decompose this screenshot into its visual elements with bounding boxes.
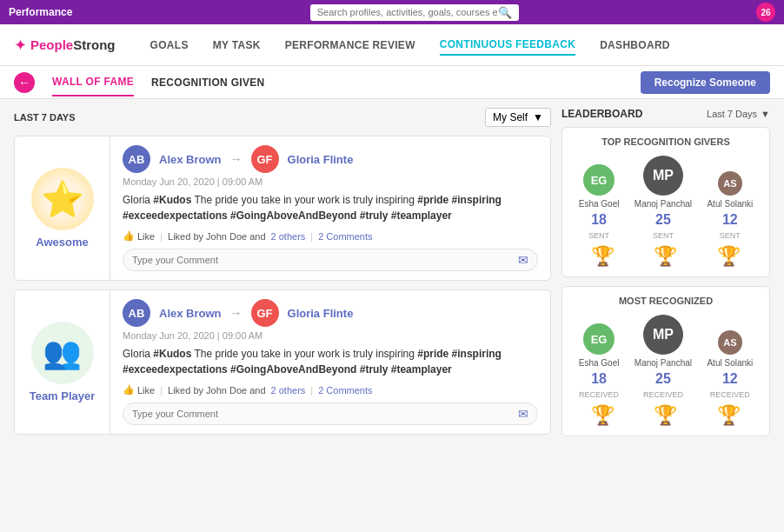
lb-giver-manoj: MP Manoj Panchal 25 SENT: [635, 156, 692, 240]
lb-atul-count: 12: [722, 212, 738, 228]
search-input[interactable]: [317, 7, 498, 17]
comment-input-row-1: ✉: [123, 249, 538, 271]
send-icon-1[interactable]: ✉: [518, 253, 528, 267]
back-button[interactable]: ←: [14, 72, 35, 93]
comment-input-row-2: ✉: [123, 402, 538, 425]
nav-goals[interactable]: GOALS: [150, 36, 189, 55]
sep-4: |: [310, 385, 313, 396]
card-users-1: AB Alex Brown → GF Gloria Flinte: [123, 145, 538, 173]
lb-manoj-label: SENT: [653, 231, 674, 240]
feed-card-1: ⭐ Awesome AB Alex Brown → GF Gloria Flin…: [14, 136, 551, 281]
lb-recog-esha-name: Esha Goel: [579, 358, 620, 368]
awesome-badge-icon: ⭐: [31, 168, 94, 230]
nav-continuous-feedback[interactable]: CONTINUOUS FEEDBACK: [440, 35, 575, 56]
send-icon-2[interactable]: ✉: [518, 407, 528, 421]
badge-label-awesome: Awesome: [36, 236, 88, 249]
leaderboard-title: LEADERBOARD: [561, 108, 642, 120]
leaderboard-section: LEADERBOARD Last 7 Days ▼ TOP RECOGNITIO…: [561, 108, 770, 523]
nav-bar: ✦ PeopleStrong GOALS MY TASK PERFORMANCE…: [0, 24, 784, 66]
trophy-silver-recog: 🏆: [591, 404, 615, 427]
lb-atul-label: SENT: [720, 231, 741, 240]
avatar-gloria-1: GF: [251, 145, 279, 173]
lb-avatar-atul-recog: AS: [718, 330, 742, 355]
like-button-2[interactable]: 👍 Like: [123, 384, 155, 396]
top-bar-title: Performance: [9, 6, 72, 18]
sep-3: |: [160, 385, 163, 396]
trophy-gold-recog: 🏆: [654, 404, 677, 427]
nav-mytask[interactable]: MY TASK: [213, 36, 261, 55]
top-bar-right: 26: [756, 3, 775, 22]
card-users-2: AB Alex Brown → GF Gloria Flinte: [123, 299, 538, 327]
comments-link-2[interactable]: 2 Comments: [318, 385, 372, 396]
feed-section: LAST 7 DAYS My Self ▼ ⭐ Awesome AB Alex …: [14, 108, 551, 523]
thumbs-up-icon-1: 👍: [123, 230, 135, 242]
nav-dashboard[interactable]: DASHBOARD: [600, 36, 670, 55]
card-content-1: AB Alex Brown → GF Gloria Flinte Monday …: [110, 136, 550, 280]
sep-1: |: [160, 231, 163, 242]
lb-manoj-name: Manoj Panchal: [635, 199, 692, 209]
lb-recog-manoj-name: Manoj Panchal: [635, 358, 692, 368]
sub-nav-left: ← WALL OF FAME RECOGNITION GIVEN: [14, 69, 265, 96]
message-1: Gloria #Kudos The pride you take in your…: [123, 192, 538, 223]
lb-recog-manoj-count: 25: [655, 371, 671, 387]
trophy-row-givers: 🏆 🏆 🏆: [571, 245, 761, 268]
arrow-icon-2: →: [230, 306, 243, 320]
most-recognized-row: EG Esha Goel 18 RECEIVED MP Manoj Pancha…: [571, 315, 761, 399]
leaderboard-filter-label: Last 7 Days: [707, 109, 757, 119]
leaderboard-filter[interactable]: Last 7 Days ▼: [707, 109, 770, 119]
recognize-someone-button[interactable]: Recognize Someone: [641, 71, 770, 94]
notification-badge[interactable]: 26: [756, 3, 775, 22]
liked-by-2: Liked by John Doe and: [168, 385, 266, 396]
card-actions-2: 👍 Like | Liked by John Doe and 2 others …: [123, 384, 538, 396]
most-recognized-card: MOST RECOGNIZED EG Esha Goel 18 RECEIVED…: [561, 286, 770, 436]
card-content-2: AB Alex Brown → GF Gloria Flinte Monday …: [110, 290, 550, 434]
timestamp-2: Monday Jun 20, 2020 | 09:00 AM: [123, 330, 538, 341]
lb-manoj-count: 25: [655, 212, 671, 228]
top-bar: Performance 🔍 26: [0, 0, 784, 24]
lb-giver-atul: AS Atul Solanki 12 SENT: [707, 171, 753, 240]
trophy-row-recog: 🏆 🏆 🏆: [571, 404, 761, 427]
others-link-1[interactable]: 2 others: [271, 231, 306, 242]
tab-recognition-given[interactable]: RECOGNITION GIVEN: [151, 70, 264, 96]
filter-dropdown[interactable]: My Self ▼: [485, 108, 551, 127]
lb-avatar-atul-giver: AS: [718, 171, 742, 196]
lb-esha-count: 18: [591, 212, 607, 228]
chevron-down-icon-lb: ▼: [761, 109, 770, 119]
trophy-bronze-recog: 🏆: [717, 404, 741, 427]
liked-by-1: Liked by John Doe and: [168, 231, 266, 242]
lb-giver-esha: EG Esha Goel 18 SENT: [579, 164, 620, 240]
filter-label: My Self: [493, 111, 528, 123]
lb-recog-atul-name: Atul Solanki: [707, 358, 753, 368]
lb-recog-manoj: MP Manoj Panchal 25 RECEIVED: [635, 315, 692, 399]
logo: ✦ PeopleStrong: [14, 36, 116, 55]
notif-count: 26: [761, 8, 770, 17]
main-content: LAST 7 DAYS My Self ▼ ⭐ Awesome AB Alex …: [0, 99, 784, 532]
lb-recog-atul: AS Atul Solanki 12 RECEIVED: [707, 330, 753, 399]
chevron-down-icon: ▼: [533, 111, 543, 123]
nav-performance-review[interactable]: PERFORMANCE REVIEW: [285, 36, 415, 55]
lb-avatar-esha-recog: EG: [583, 323, 615, 355]
lb-recog-esha-count: 18: [591, 371, 607, 387]
search-bar[interactable]: 🔍: [310, 4, 519, 21]
lb-recog-esha-label: RECEIVED: [579, 390, 619, 399]
lb-esha-name: Esha Goel: [579, 199, 620, 209]
lb-avatar-manoj-giver: MP: [643, 156, 683, 196]
team-icon: 👥: [43, 335, 82, 371]
comment-input-1[interactable]: [132, 255, 518, 265]
star-icon: ⭐: [41, 179, 84, 220]
lb-recog-manoj-label: RECEIVED: [643, 390, 683, 399]
like-button-1[interactable]: 👍 Like: [123, 230, 155, 242]
others-link-2[interactable]: 2 others: [271, 385, 306, 396]
tab-wall-of-fame[interactable]: WALL OF FAME: [52, 69, 134, 96]
comments-link-1[interactable]: 2 Comments: [318, 231, 372, 242]
comment-input-2[interactable]: [132, 409, 518, 419]
lb-atul-name: Atul Solanki: [707, 199, 753, 209]
leaderboard-header: LEADERBOARD Last 7 Days ▼: [561, 108, 770, 120]
trophy-bronze-givers: 🏆: [717, 245, 741, 268]
lb-avatar-manoj-recog: MP: [643, 315, 683, 355]
lb-recog-esha: EG Esha Goel 18 RECEIVED: [579, 323, 620, 399]
logo-icon: ✦: [14, 36, 27, 55]
avatar-alex-1: AB: [123, 145, 150, 173]
logo-text: PeopleStrong: [30, 37, 116, 52]
thumbs-up-icon-2: 👍: [123, 384, 135, 396]
